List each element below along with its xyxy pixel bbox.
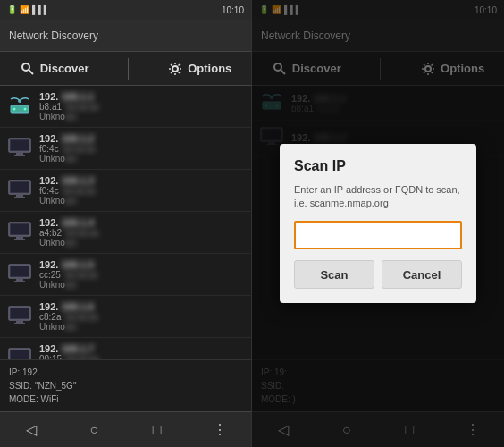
dialog-message: Enter an IP address or FQDN to scan, i.e…: [294, 183, 462, 211]
signal-icon: ▌▌▌: [32, 5, 49, 14]
device-item-6[interactable]: 192. 168.1.6 c8:2a :xx:xx:xx Unknown: [0, 296, 251, 338]
device-3-ip: 192. 168.1.3: [39, 175, 244, 186]
left-status-left-icons: 🔋 📶 ▌▌▌: [7, 5, 49, 14]
device-4-ip: 192. 168.1.4: [39, 217, 244, 228]
device-monitor-icon-6: [7, 347, 32, 359]
device-5-ip: 192. 168.1.5: [39, 259, 244, 270]
device-7-ip: 192. 168.1.7: [39, 343, 244, 354]
svg-rect-24: [11, 308, 29, 318]
device-5-info: 192. 168.1.5 cc:25 :xx:xx:xx Unknown: [39, 259, 244, 290]
device-item-3[interactable]: 192. 168.1.3 f0:4c :xx:xx:xx Unknown: [0, 170, 251, 212]
svg-rect-14: [14, 197, 25, 198]
left-nav-bar: Discover Options: [0, 52, 251, 86]
left-bottom-info: IP: 192. SSID: "NZN_5G" MODE: WiFi: [0, 359, 251, 411]
svg-rect-8: [11, 140, 29, 150]
device-item-1[interactable]: 192. 168.1.1 b8:a1 :xx:xx:xx Unknown: [0, 86, 251, 128]
svg-point-5: [24, 108, 27, 111]
svg-rect-10: [14, 155, 25, 156]
device-5-mac: cc:25 :xx:xx:xx: [39, 270, 244, 280]
search-icon: [20, 61, 36, 77]
svg-rect-18: [14, 239, 25, 240]
device-4-info: 192. 168.1.4 a4:b2 :xx:xx:xx Unknown: [39, 217, 244, 248]
left-recents-button[interactable]: □: [144, 417, 171, 443]
device-3-mac: f0:4c :xx:xx:xx: [39, 186, 244, 196]
battery-icon: 🔋: [7, 5, 17, 14]
device-monitor-icon-4: [7, 263, 32, 286]
device-item-4[interactable]: 192. 168.1.4 a4:b2 :xx:xx:xx Unknown: [0, 212, 251, 254]
svg-rect-25: [16, 321, 23, 323]
device-1-mac: b8:a1 :xx:xx:xx: [39, 102, 244, 112]
cancel-button[interactable]: Cancel: [382, 260, 462, 289]
left-status-bar: 🔋 📶 ▌▌▌ 10:10: [0, 0, 251, 20]
device-6-ip: 192. 168.1.6: [39, 301, 244, 312]
device-item-7[interactable]: 192. 168.1.7 00:15 :xx:xx:xx Unknown: [0, 338, 251, 359]
device-2-status: Unknown: [39, 154, 244, 164]
nav-divider: [128, 58, 129, 80]
dialog-overlay: Scan IP Enter an IP address or FQDN to s…: [252, 0, 504, 447]
device-1-status: Unknown: [39, 112, 244, 122]
svg-point-2: [172, 66, 178, 72]
svg-rect-20: [11, 266, 29, 276]
dialog-title: Scan IP: [294, 158, 462, 174]
device-2-ip: 192. 168.1.2: [39, 133, 244, 144]
left-options-label: Options: [188, 62, 231, 75]
left-home-button[interactable]: ○: [80, 417, 107, 443]
device-monitor-icon-3: [7, 221, 32, 244]
left-discover-nav[interactable]: Discover: [20, 61, 89, 77]
left-time: 10:10: [222, 5, 244, 15]
device-7-info: 192. 168.1.7 00:15 :xx:xx:xx Unknown: [39, 343, 244, 359]
device-6-info: 192. 168.1.6 c8:2a :xx:xx:xx Unknown: [39, 301, 244, 332]
gear-icon: [167, 61, 183, 77]
device-router-icon: [7, 95, 32, 118]
left-bottom-ip: IP: 192.: [9, 366, 242, 379]
device-3-info: 192. 168.1.3 f0:4c :xx:xx:xx Unknown: [39, 175, 244, 206]
left-phone-panel: 🔋 📶 ▌▌▌ 10:10 Network Discovery Discover: [0, 0, 252, 447]
right-phone-panel: 🔋 📶 ▌▌▌ 10:10 Network Discovery Discover: [252, 0, 504, 447]
svg-rect-21: [16, 279, 23, 281]
left-app-title-bar: Network Discovery: [0, 20, 251, 52]
device-5-status: Unknown: [39, 280, 244, 290]
device-1-ip: 192. 168.1.1: [39, 91, 244, 102]
svg-rect-16: [11, 224, 29, 234]
svg-point-6: [18, 99, 21, 103]
device-4-mac: a4:b2 :xx:xx:xx: [39, 228, 244, 238]
left-bottom-nav: ◁ ○ □ ⋮: [0, 411, 251, 447]
left-menu-button[interactable]: ⋮: [206, 417, 233, 443]
device-item-5[interactable]: 192. 168.1.5 cc:25 :xx:xx:xx Unknown: [0, 254, 251, 296]
device-monitor-icon-5: [7, 305, 32, 328]
device-monitor-icon-2: [7, 179, 32, 202]
device-2-info: 192. 168.1.2 f0:4c :xx:xx:xx Unknown: [39, 133, 244, 164]
svg-point-4: [13, 108, 16, 111]
svg-rect-12: [11, 182, 29, 192]
left-discover-label: Discover: [40, 62, 89, 75]
scan-button[interactable]: Scan: [294, 260, 374, 289]
svg-rect-28: [11, 350, 29, 359]
svg-line-1: [29, 70, 33, 74]
device-4-status: Unknown: [39, 238, 244, 248]
scan-ip-dialog: Scan IP Enter an IP address or FQDN to s…: [280, 144, 476, 304]
device-1-info: 192. 168.1.1 b8:a1 :xx:xx:xx Unknown: [39, 91, 244, 122]
left-device-list: 192. 168.1.1 b8:a1 :xx:xx:xx Unknown 192…: [0, 86, 251, 359]
device-6-mac: c8:2a :xx:xx:xx: [39, 312, 244, 322]
left-bottom-ssid: SSID: "NZN_5G": [9, 379, 242, 392]
left-bottom-mode: MODE: WiFi: [9, 392, 242, 406]
svg-rect-26: [14, 323, 25, 324]
svg-point-0: [22, 63, 29, 71]
left-back-button[interactable]: ◁: [18, 417, 45, 443]
svg-rect-17: [16, 237, 23, 239]
svg-rect-22: [14, 281, 25, 282]
device-2-mac: f0:4c :xx:xx:xx: [39, 144, 244, 154]
dialog-buttons: Scan Cancel: [294, 260, 462, 289]
left-app-title: Network Discovery: [9, 30, 98, 42]
svg-rect-13: [16, 195, 23, 197]
scan-ip-input[interactable]: [294, 221, 462, 249]
wifi-icon: 📶: [20, 5, 29, 14]
device-6-status: Unknown: [39, 322, 244, 332]
device-item-2[interactable]: 192. 168.1.2 f0:4c :xx:xx:xx Unknown: [0, 128, 251, 170]
svg-rect-9: [16, 153, 23, 155]
left-options-nav[interactable]: Options: [167, 61, 231, 77]
device-monitor-icon: [7, 137, 32, 160]
device-3-status: Unknown: [39, 196, 244, 206]
